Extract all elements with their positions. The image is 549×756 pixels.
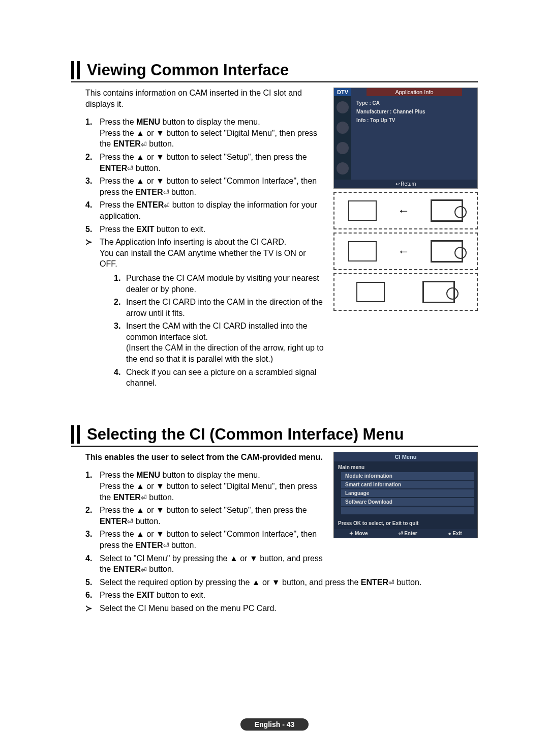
step-text: Press the ▲ or ▼ button to select "Setup… [100,152,324,173]
osd-tab-title: Application Info [367,88,462,96]
osd-ci-item-blank [341,507,474,514]
enter-icon [141,493,147,502]
section-title-bar: Selecting the CI (Common Interface) Menu [71,425,478,447]
enter-icon [141,139,147,148]
step-text: Press the ▲ or ▼ button to select "Setup… [100,505,324,527]
diagram-insert-cam: ← [333,232,478,270]
osd-return-hint: ↩ Return [334,180,477,188]
enter-icon [127,517,133,526]
osd-icon [337,101,349,113]
osd-manufacturer: Manufacturer : Channel Plus [356,109,472,114]
note-pointer-icon [85,237,100,391]
osd-icon [337,142,349,154]
osd-ci-title: CI Menu [334,452,477,461]
osd-ci-item: Language [341,489,474,497]
title-ornament [71,425,80,444]
note-text: Select the CI Menu based on the menu PC … [100,603,277,614]
osd-ci-hint: Press OK to select, or Exit to quit [334,517,477,529]
step-text: Press the ENTER button to display the in… [100,199,324,221]
step-text: Press the MENU button to display the men… [100,117,324,150]
osd-icon [337,122,349,134]
osd-dtv-badge: DTV [334,88,351,96]
osd-type: Type : CA [356,100,472,106]
page-footer: English - 43 [0,718,549,731]
diagram-insert-card: ← [333,192,478,229]
step-text: Select the required option by pressing t… [100,577,421,588]
step-text: Press the EXIT button to exit. [100,590,205,601]
osd-ci-enter: ⏎ Enter [399,531,417,536]
section1-title: Viewing Common Interface [87,61,289,79]
step-text: Press the ▲ or ▼ button to select "Commo… [100,529,324,550]
step-text: Press the ▲ or ▼ button to select "Commo… [100,176,324,197]
section2-steps-cont: 5. Select the required option by pressin… [85,577,478,614]
section2-intro: This enables the user to select from the… [85,452,324,463]
osd-ci-main-label: Main menu [337,463,474,471]
diagram-installed [333,273,478,311]
osd-icon [337,162,349,175]
step-text: Select to "CI Menu" by pressing the ▲ or… [100,553,324,575]
enter-icon [163,541,169,549]
section-title-bar: Viewing Common Interface [71,61,478,82]
enter-icon [163,188,169,196]
osd-ci-item: Module information [341,472,474,480]
enter-icon [141,565,147,573]
title-ornament [71,61,80,79]
section1-intro: This contains information on CAM inserte… [85,88,324,109]
osd-ci-item: Software Download [341,498,474,506]
osd-info: Info : Top Up TV [356,118,472,123]
osd-ci-menu: CI Menu Main menu Module information Sma… [333,452,478,538]
page-number-pill: English - 43 [240,718,309,731]
step-text: Press the EXIT button to exit. [100,224,205,235]
osd-application-info: DTV Application Info Type : CA Manufactu… [333,88,478,189]
step-text: Press the MENU button to display the men… [100,470,324,503]
osd-ci-item: Smart card information [341,481,474,488]
osd-ci-exit: ● Exit [448,531,462,536]
section2-steps: 1. Press the MENU button to display the … [85,470,324,574]
note-pointer-icon [85,603,100,614]
section1-steps: 1. Press the MENU button to display the … [85,117,324,391]
osd-sidebar-icons [334,96,351,180]
section2-title: Selecting the CI (Common Interface) Menu [87,425,404,444]
enter-icon [388,578,394,587]
note-text: The Application Info inserting is about … [100,237,324,391]
enter-icon [127,164,133,172]
osd-ci-move: ✦ Move [349,531,368,536]
enter-icon [164,200,170,209]
